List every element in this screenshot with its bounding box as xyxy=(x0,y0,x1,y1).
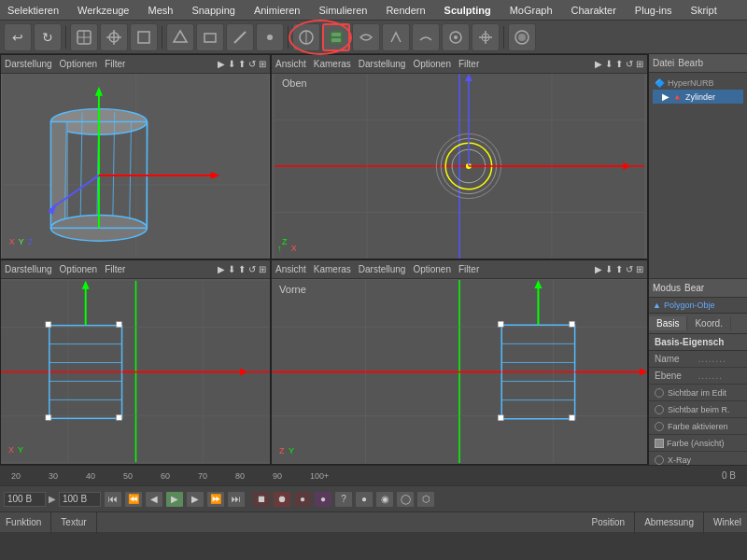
keyframe-btn-3[interactable]: ◯ xyxy=(396,491,415,508)
bearbeiten-button[interactable]: Bearb xyxy=(678,58,703,68)
viewport-darstellung-top[interactable]: Darstellung xyxy=(359,59,406,69)
menu-animieren[interactable]: Animieren xyxy=(250,3,304,18)
record-rot-button[interactable]: ● xyxy=(314,491,332,508)
svg-text:Y: Y xyxy=(18,445,23,455)
svg-text:X: X xyxy=(9,237,15,246)
viewport-darstellung-1[interactable]: Darstellung xyxy=(5,59,52,69)
viewport-kameras-top[interactable]: Kameras xyxy=(314,59,351,69)
menu-mograph[interactable]: MoGraph xyxy=(506,3,557,18)
sculpt-pinch-button[interactable] xyxy=(382,23,410,51)
undo-button[interactable]: ↩ xyxy=(4,23,32,51)
tl-70: 70 xyxy=(198,471,235,481)
timeline-ruler[interactable]: 20 30 40 50 60 70 80 90 100+ 0 B xyxy=(0,465,747,485)
menu-skript[interactable]: Skript xyxy=(687,3,721,18)
polygon-tool[interactable] xyxy=(196,23,224,51)
bottom-status-bar: Funktion Textur Position Abmessung Winke… xyxy=(0,511,747,532)
menu-plugins[interactable]: Plug-ins xyxy=(631,3,676,18)
goto-end-button[interactable]: ⏭ xyxy=(227,491,246,508)
textur-field: Textur xyxy=(61,517,86,527)
textur-label: Textur xyxy=(61,517,86,527)
polygon-icon: ▲ xyxy=(653,301,661,310)
viewport-ansicht-top[interactable]: Ansicht xyxy=(275,59,306,69)
farbe-ansicht-swatch[interactable] xyxy=(655,439,664,448)
menu-mesh[interactable]: Mesh xyxy=(144,3,176,18)
sichtbar-render-checkbox[interactable] xyxy=(655,405,664,414)
keyframe-btn-4[interactable]: ⬡ xyxy=(416,491,435,508)
viewport-filter-vorne[interactable]: Filter xyxy=(458,264,479,274)
sculpt-flatten-button[interactable] xyxy=(412,23,440,51)
sichtbar-edit-checkbox[interactable] xyxy=(655,388,664,398)
menu-rendern[interactable]: Rendern xyxy=(382,3,429,18)
position-field: Position xyxy=(592,517,626,527)
viewport-darstellung-bl[interactable]: Darstellung xyxy=(5,264,52,274)
object-tool[interactable] xyxy=(166,23,194,51)
next-frame-button[interactable]: ⏩ xyxy=(206,491,225,508)
menu-selektieren[interactable]: Selektieren xyxy=(4,3,63,18)
xray-checkbox[interactable] xyxy=(655,455,664,465)
menu-werkzeuge[interactable]: Werkzeuge xyxy=(74,3,133,18)
datei-button[interactable]: Datei xyxy=(653,58,674,68)
prop-sichtbar-render: Sichtbar beim R. xyxy=(649,401,747,418)
prev-frame-button[interactable]: ⏪ xyxy=(124,491,143,508)
sichtbar-render-label: Sichtbar beim R. xyxy=(668,405,741,414)
viewport-perspective[interactable]: Darstellung Optionen Filter ▶ ⬇ ⬆ ↺ ⊞ xyxy=(0,54,271,259)
record-button[interactable]: ⏺ xyxy=(273,491,291,508)
viewport-filter-top[interactable]: Filter xyxy=(458,59,479,69)
keyframe-btn-2[interactable]: ◉ xyxy=(375,491,394,508)
viewport-vorne[interactable]: Ansicht Kameras Darstellung Optionen Fil… xyxy=(271,259,648,465)
point-tool[interactable] xyxy=(256,23,284,51)
move-tool[interactable] xyxy=(100,23,128,51)
menu-sculpting[interactable]: Sculpting xyxy=(441,3,495,18)
play-button[interactable]: ▶ xyxy=(165,491,184,508)
xray-label: X-Ray xyxy=(668,455,741,465)
tab-basis[interactable]: Basis xyxy=(649,316,687,330)
stop-button[interactable]: ⏹ xyxy=(252,491,271,508)
render-button[interactable] xyxy=(508,23,536,51)
viewport-front-left-header: Darstellung Optionen Filter ▶ ⬇ ⬆ ↺ ⊞ xyxy=(1,260,270,279)
menu-snapping[interactable]: Snapping xyxy=(188,3,239,18)
sculpt-active-button[interactable] xyxy=(322,23,350,51)
svg-text:Z: Z xyxy=(279,446,285,455)
tab-koord[interactable]: Koord. xyxy=(687,316,730,330)
scale-tool[interactable] xyxy=(130,23,158,51)
viewport-kameras-vorne[interactable]: Kameras xyxy=(314,264,351,274)
frame-end-input[interactable] xyxy=(59,492,101,507)
keyframe-btn-1[interactable]: ● xyxy=(355,491,374,508)
viewport-icons-vorne: ▶ ⬇ ⬆ ↺ ⊞ xyxy=(595,264,643,274)
modus-label[interactable]: Modus xyxy=(653,283,681,293)
viewport-filter-bl[interactable]: Filter xyxy=(105,264,125,274)
frame-start-input[interactable] xyxy=(4,492,46,507)
select-tool[interactable] xyxy=(70,23,98,51)
viewport-top[interactable]: Ansicht Kameras Darstellung Optionen Fil… xyxy=(271,54,648,259)
sculpt-smooth-button[interactable] xyxy=(352,23,380,51)
viewport-filter-1[interactable]: Filter xyxy=(105,59,125,69)
viewport-front-left[interactable]: Darstellung Optionen Filter ▶ ⬇ ⬆ ↺ ⊞ xyxy=(0,259,271,465)
hypernurb-label: HyperNURB xyxy=(668,78,714,88)
record-pos-button[interactable]: ● xyxy=(293,491,312,508)
menu-charakter[interactable]: Charakter xyxy=(568,3,620,18)
edge-tool[interactable] xyxy=(226,23,254,51)
sculpt-extra-1[interactable] xyxy=(442,23,470,51)
sculpt-extra-2[interactable] xyxy=(472,23,500,51)
play-forward-button[interactable]: ▶ xyxy=(186,491,204,508)
playback-controls: ⏮ ⏪ ◀ ▶ ▶ ⏩ ⏭ xyxy=(104,491,246,508)
viewport-optionen-1[interactable]: Optionen xyxy=(60,59,98,69)
scene-item-hypernurb[interactable]: 🔷 HyperNURB xyxy=(653,77,743,90)
redo-button[interactable]: ↻ xyxy=(34,23,62,51)
viewport-darstellung-vorne[interactable]: Darstellung xyxy=(359,264,406,274)
help-button[interactable]: ? xyxy=(334,491,353,508)
menu-simulieren[interactable]: Simulieren xyxy=(315,3,371,18)
svg-rect-6 xyxy=(138,32,149,43)
svg-rect-102 xyxy=(498,321,503,327)
scene-item-zylinder[interactable]: ▶ 🔺 Zylinder xyxy=(653,90,743,104)
farbe-aktiv-checkbox[interactable] xyxy=(655,422,664,431)
viewport-ansicht-vorne[interactable]: Ansicht xyxy=(275,264,306,274)
play-back-button[interactable]: ◀ xyxy=(145,491,163,508)
viewport-optionen-top[interactable]: Optionen xyxy=(413,59,451,69)
viewport-optionen-vorne[interactable]: Optionen xyxy=(413,264,451,274)
sculpt-subdivide-button[interactable] xyxy=(292,23,320,51)
viewport-icons-top: ▶ ⬇ ⬆ ↺ ⊞ xyxy=(595,59,643,69)
bear-label[interactable]: Bear xyxy=(684,283,704,293)
goto-start-button[interactable]: ⏮ xyxy=(104,491,122,508)
viewport-optionen-bl[interactable]: Optionen xyxy=(60,264,98,274)
